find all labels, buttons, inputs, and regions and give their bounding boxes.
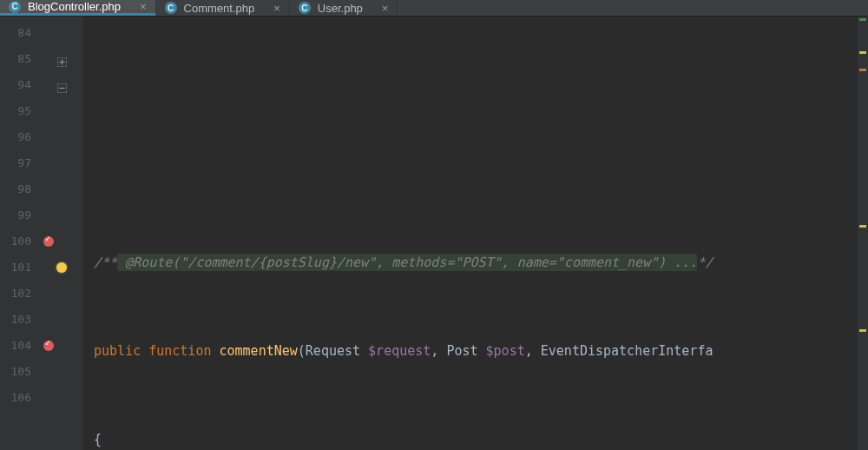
- line-number: 84: [0, 20, 40, 46]
- gutter-icon-empty: [40, 20, 83, 46]
- line-number: 106: [0, 385, 40, 411]
- breakpoint-icon[interactable]: [40, 333, 83, 359]
- tab-comment[interactable]: C Comment.php ×: [156, 0, 290, 16]
- line-number: 97: [0, 150, 40, 176]
- tab-user[interactable]: C User.php ×: [290, 0, 398, 16]
- gutter-icon-empty: [40, 202, 83, 228]
- lightbulb-icon[interactable]: [40, 255, 83, 281]
- line-number: 96: [0, 124, 40, 150]
- close-icon[interactable]: ×: [382, 2, 389, 15]
- line-number: 102: [0, 281, 40, 307]
- line-number: 98: [0, 176, 40, 202]
- line-number: 100: [0, 228, 40, 255]
- fold-icon[interactable]: [40, 72, 83, 98]
- gutter-icon-empty: [40, 359, 83, 385]
- line-number: 104: [0, 333, 40, 359]
- line-number: 103: [0, 307, 40, 333]
- tab-label: BlogController.php: [28, 0, 121, 13]
- line-number: 94: [0, 72, 40, 98]
- breakpoint-icon[interactable]: [40, 228, 83, 255]
- gutter-icon-empty: [40, 385, 83, 411]
- code-line: {: [83, 427, 858, 450]
- close-icon[interactable]: ×: [273, 2, 280, 15]
- gutter-icon-empty: [40, 281, 83, 307]
- marker[interactable]: [859, 69, 866, 71]
- tab-label: User.php: [318, 2, 363, 15]
- line-number: 99: [0, 202, 40, 228]
- code-content[interactable]: /** @Route("/comment/{postSlug}/new", me…: [83, 17, 858, 450]
- php-class-icon: C: [299, 2, 311, 14]
- code-line: /** @Route("/comment/{postSlug}/new", me…: [83, 249, 858, 275]
- gutter-icon-empty: [40, 307, 83, 333]
- php-class-icon: C: [165, 2, 177, 14]
- gutter-icon-empty: [40, 98, 83, 124]
- gutter-icon-column: [40, 17, 83, 450]
- line-number: 101: [0, 255, 40, 281]
- gutter-icon-empty: [40, 176, 83, 202]
- tab-blogcontroller[interactable]: C BlogController.php ×: [0, 0, 156, 16]
- close-icon[interactable]: ×: [140, 0, 147, 13]
- line-number: 95: [0, 98, 40, 124]
- code-editor[interactable]: 84 85 94 95 96 97 98 99 100 101 102 103 …: [0, 17, 868, 450]
- code-line: [83, 161, 858, 187]
- line-number: 105: [0, 359, 40, 385]
- line-number-gutter: 84 85 94 95 96 97 98 99 100 101 102 103 …: [0, 17, 40, 450]
- marker[interactable]: [859, 51, 866, 54]
- gutter-icon-empty: [40, 124, 83, 150]
- php-class-icon: C: [9, 1, 21, 13]
- code-line: public function commentNew(Request $requ…: [83, 338, 858, 364]
- error-stripe[interactable]: [858, 17, 868, 450]
- marker[interactable]: [859, 18, 866, 21]
- gutter-icon-empty: [40, 150, 83, 176]
- fold-icon[interactable]: [40, 46, 83, 72]
- line-number: 85: [0, 46, 40, 72]
- editor-tabbar: C BlogController.php × C Comment.php × C…: [0, 0, 868, 17]
- tab-label: Comment.php: [184, 2, 255, 15]
- marker[interactable]: [859, 329, 866, 332]
- marker[interactable]: [859, 225, 866, 228]
